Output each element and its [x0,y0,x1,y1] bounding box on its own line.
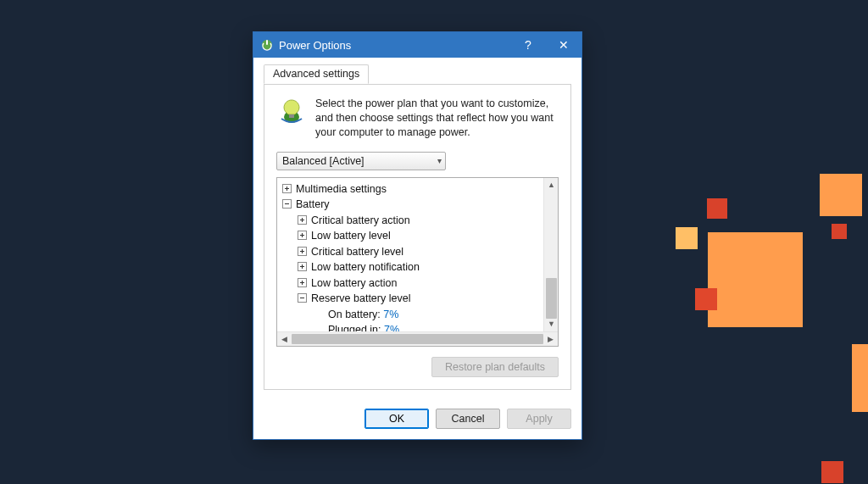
tree-content[interactable]: Multimedia settings Battery Critical bat… [277,178,543,331]
scroll-right-icon[interactable]: ▶ [543,335,558,343]
svg-rect-3 [289,114,294,118]
ok-button[interactable]: OK [364,409,429,429]
power-options-icon [260,38,274,52]
deco-square [832,224,847,239]
dialog-button-row: OK Cancel Apply [253,400,581,439]
tree-node-low-battery-level[interactable]: Low battery level [282,228,543,244]
settings-tree: Multimedia settings Battery Critical bat… [276,177,559,347]
deco-square [695,288,717,310]
expand-icon[interactable] [282,184,292,193]
power-plan-value: Balanced [Active] [282,155,364,167]
tree-node-critical-battery-level[interactable]: Critical battery level [282,244,543,260]
expand-icon[interactable] [298,215,307,225]
button-label: OK [389,413,404,425]
deco-square [820,174,862,216]
power-bulb-icon [276,97,307,127]
tree-label: Critical battery level [311,246,403,258]
deco-square [852,344,868,412]
expand-icon[interactable] [298,262,307,271]
tree-node-plugged-in[interactable]: Plugged in: 7% [282,322,543,331]
tree-node-low-battery-notification[interactable]: Low battery notification [282,259,543,275]
tree-label: Multimedia settings [296,183,387,195]
scroll-thumb[interactable] [546,278,557,319]
restore-plan-defaults-button[interactable]: Restore plan defaults [431,357,559,377]
tree-label: Reserve battery level [311,292,410,304]
deco-square [676,227,698,249]
setting-value[interactable]: 7% [383,309,398,320]
button-label: Restore plan defaults [445,361,545,373]
collapse-icon[interactable] [282,199,292,209]
power-options-dialog: Power Options ? ✕ Advanced settings [253,31,582,440]
collapse-icon[interactable] [298,293,307,303]
intro-text: Select the power plan that you want to c… [315,97,559,140]
vertical-scrollbar[interactable]: ▲ ▼ [543,178,558,331]
tab-label: Advanced settings [273,68,359,80]
expand-icon[interactable] [298,247,307,256]
tree-label: Battery [296,198,330,210]
scroll-thumb[interactable] [292,334,543,344]
expand-icon[interactable] [298,231,307,240]
power-plan-select[interactable]: Balanced [Active] ▾ [276,152,446,170]
horizontal-scrollbar[interactable]: ◀ ▶ [277,331,558,346]
desktop: Power Options ? ✕ Advanced settings [0,0,868,484]
button-label: Cancel [452,413,485,425]
tree-label: Low battery level [311,230,391,242]
tree-node-low-battery-action[interactable]: Low battery action [282,275,543,292]
setting-label: On battery: [328,309,381,320]
tree-node-reserve-battery-level[interactable]: Reserve battery level [282,291,543,307]
tab-advanced-settings[interactable]: Advanced settings [264,64,369,84]
tree-label: Low battery action [311,277,397,289]
tree-node-multimedia[interactable]: Multimedia settings [282,181,543,197]
titlebar[interactable]: Power Options ? ✕ [253,32,581,58]
button-label: Apply [526,413,552,425]
svg-rect-1 [266,40,268,45]
tree-node-battery[interactable]: Battery [282,197,543,213]
scroll-up-icon[interactable]: ▲ [544,178,558,192]
deco-square [707,198,727,219]
close-button[interactable]: ✕ [546,32,581,58]
apply-button[interactable]: Apply [507,409,571,429]
tree-label: Critical battery action [311,214,410,226]
chevron-down-icon: ▾ [437,156,442,165]
dialog-body: Advanced settings Select the power plan … [253,58,581,400]
scroll-down-icon[interactable]: ▼ [544,317,558,331]
expand-icon[interactable] [298,278,307,287]
tree-node-on-battery[interactable]: On battery: 7% [282,307,543,323]
tree-label: Low battery notification [311,261,420,273]
help-button[interactable]: ? [510,32,546,58]
tab-strip: Advanced settings [264,64,571,85]
deco-square [708,232,803,327]
deco-square [821,461,843,483]
setting-label: Plugged in: [328,324,381,331]
tab-panel: Select the power plan that you want to c… [264,85,571,390]
tree-node-critical-battery-action[interactable]: Critical battery action [282,213,543,229]
scroll-left-icon[interactable]: ◀ [277,335,292,343]
window-title: Power Options [279,39,510,52]
setting-value[interactable]: 7% [384,324,399,331]
cancel-button[interactable]: Cancel [436,409,500,429]
